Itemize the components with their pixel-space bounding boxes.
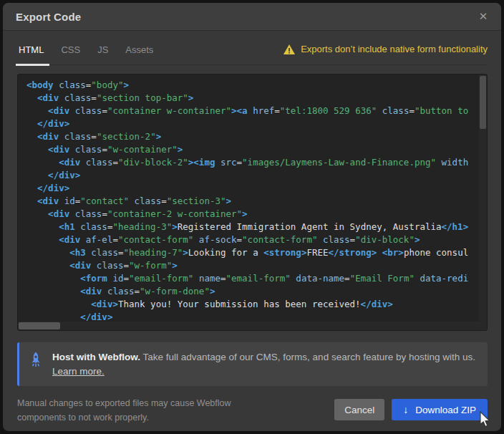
export-code-dialog: Export Code ✕ HTML CSS JS Assets Exports… [3, 3, 501, 431]
tab-js[interactable]: JS [96, 44, 110, 64]
footer-note-line1: Manual changes to exported files may cau… [17, 398, 231, 408]
dialog-actions: Cancel ↓ Download ZIP [334, 399, 488, 420]
dialog-titlebar: Export Code ✕ [3, 3, 501, 31]
vertical-scrollbar-track[interactable] [479, 74, 487, 322]
footer-note-line2: components to not work properly. [17, 413, 149, 423]
dialog-title: Export Code [16, 11, 81, 23]
footer-note: Manual changes to exported files may cau… [17, 396, 231, 425]
host-with-webflow-banner: Host with Webflow. Take full advantage o… [17, 342, 488, 386]
download-zip-label: Download ZIP [415, 405, 476, 415]
tab-assets[interactable]: Assets [124, 44, 155, 64]
vertical-scrollbar-thumb[interactable] [480, 76, 486, 129]
warning-triangle-icon [284, 44, 295, 54]
horizontal-scrollbar-track[interactable] [18, 322, 487, 330]
warning-text: Exports don’t include native form functi… [301, 44, 488, 54]
tab-bar: HTML CSS JS Assets Exports don’t include… [17, 31, 488, 65]
tab-html[interactable]: HTML [17, 44, 45, 64]
close-icon[interactable]: ✕ [475, 9, 491, 24]
code-content: <body class="body"> <div class="section … [26, 79, 477, 321]
form-warning: Exports don’t include native form functi… [284, 44, 488, 64]
rocket-icon [28, 352, 44, 367]
download-zip-button[interactable]: ↓ Download ZIP [392, 399, 488, 420]
tab-css[interactable]: CSS [59, 44, 82, 64]
cancel-button[interactable]: Cancel [334, 399, 384, 420]
horizontal-scrollbar-thumb[interactable] [19, 322, 60, 329]
download-arrow-icon: ↓ [403, 404, 408, 415]
banner-body-text: Take full advantage of our CMS, forms, a… [140, 352, 475, 362]
code-viewer[interactable]: <body class="body"> <div class="section … [17, 74, 488, 331]
banner-bold-text: Host with Webflow. [52, 352, 140, 362]
banner-text: Host with Webflow. Take full advantage o… [52, 350, 475, 379]
learn-more-link[interactable]: Learn more. [52, 366, 105, 377]
